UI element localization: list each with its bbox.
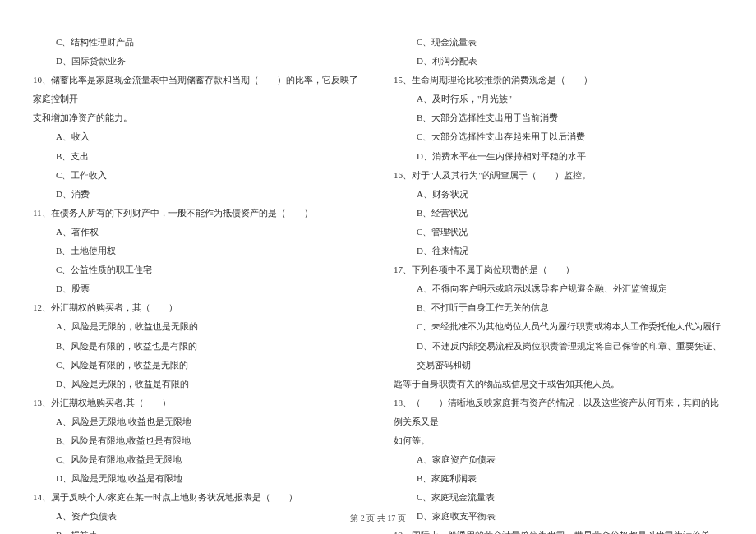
q17-opt-d-l1: D、不违反内部交易流程及岗位职责管理规定将自己保管的印章、重要凭证、交易密码和钥 [394, 337, 723, 375]
q18-opt-a: A、家庭资产负债表 [394, 450, 723, 469]
q13-opt-a: A、风险是无限地,收益也是无限地 [33, 412, 362, 431]
q15-opt-b: B、大部分选择性支出用于当前消费 [394, 108, 723, 127]
q16-opt-d: D、往来情况 [394, 242, 723, 260]
q14-opt-b: B、损益表 [33, 526, 362, 534]
q14-opt-c: C、现金流量表 [394, 33, 723, 52]
q17-opt-b: B、不打听于自身工作无关的信息 [394, 298, 723, 317]
q16-opt-c: C、管理状况 [394, 223, 723, 242]
prev-opt-d: D、国际贷款业务 [33, 52, 362, 71]
q10-line2: 支和增加净资产的能力。 [33, 108, 362, 127]
right-column: C、现金流量表 D、利润分配表 15、生命周期理论比较推崇的消费观念是（ ） A… [394, 33, 723, 534]
q16: 16、对于"人及其行为"的调查属于（ ）监控。 [394, 166, 723, 185]
q16-opt-b: B、经营状况 [394, 204, 723, 223]
q18-opt-b: B、家庭利润表 [394, 469, 723, 488]
q11-opt-a: A、著作权 [33, 223, 362, 242]
q10-opt-a: A、收入 [33, 127, 362, 146]
q10-opt-b: B、支出 [33, 147, 362, 166]
q15-opt-d: D、消费水平在一生内保持相对平稳的水平 [394, 147, 723, 166]
q10-opt-c: C、工作收入 [33, 166, 362, 185]
q18-opt-c: C、家庭现金流量表 [394, 488, 723, 507]
left-column: C、结构性理财产品 D、国际贷款业务 10、储蓄比率是家庭现金流量表中当期储蓄存… [33, 33, 362, 534]
q10-line1: 10、储蓄比率是家庭现金流量表中当期储蓄存款和当期（ ）的比率，它反映了家庭控制… [33, 71, 362, 108]
q18-l1: 18、（ ）清晰地反映家庭拥有资产的情况，以及这些资产从何而来，其间的比例关系又… [394, 394, 723, 431]
q15-opt-c: C、大部分选择性支出存起来用于以后消费 [394, 127, 723, 146]
q11: 11、在债务人所有的下列财产中，一般不能作为抵债资产的是（ ） [33, 204, 362, 223]
q14: 14、属于反映个人/家庭在某一时点上地财务状况地报表是（ ） [33, 488, 362, 507]
q12-opt-a: A、风险是无限的，收益也是无限的 [33, 317, 362, 336]
q17: 17、下列各项中不属于岗位职责的是（ ） [394, 260, 723, 279]
q17-opt-a: A、不得向客户明示或暗示以诱导客户规避金融、外汇监管规定 [394, 279, 723, 298]
q12-opt-d: D、风险是无限的，收益是有限的 [33, 375, 362, 394]
q15-opt-a: A、及时行乐，"月光族" [394, 90, 723, 108]
q10-opt-d: D、消费 [33, 185, 362, 204]
q12: 12、外汇期权的购买者，其（ ） [33, 298, 362, 317]
q11-opt-c: C、公益性质的职工住宅 [33, 260, 362, 279]
q13-opt-b: B、风险是有限地,收益也是有限地 [33, 431, 362, 450]
page-footer: 第 2 页 共 17 页 [0, 513, 756, 524]
q16-opt-a: A、财务状况 [394, 185, 723, 204]
q13-opt-c: C、风险是有限地,收益是无限地 [33, 450, 362, 469]
q18-l2: 如何等。 [394, 431, 723, 450]
q15: 15、生命周期理论比较推崇的消费观念是（ ） [394, 71, 723, 90]
q12-opt-c: C、风险是有限的，收益是无限的 [33, 356, 362, 375]
q19-l1: 19、国际上一般通用的黄金计量单位为盎司，世界黄金价格都是以盎司为计价单位。1 … [394, 526, 723, 534]
q11-opt-d: D、股票 [33, 279, 362, 298]
q17-opt-d-l2: 匙等于自身职责有关的物品或信息交于或告知其他人员。 [394, 375, 723, 394]
q17-opt-c: C、未经批准不为其他岗位人员代为履行职责或将本人工作委托他人代为履行 [394, 317, 723, 336]
q11-opt-b: B、土地使用权 [33, 242, 362, 260]
q14-opt-d: D、利润分配表 [394, 52, 723, 71]
q13-opt-d: D、风险是无限地,收益是有限地 [33, 469, 362, 488]
q12-opt-b: B、风险是有限的，收益也是有限的 [33, 337, 362, 356]
q13: 13、外汇期权地购买者,其（ ） [33, 394, 362, 412]
prev-opt-c: C、结构性理财产品 [33, 33, 362, 52]
document-page: C、结构性理财产品 D、国际贷款业务 10、储蓄比率是家庭现金流量表中当期储蓄存… [0, 0, 756, 534]
